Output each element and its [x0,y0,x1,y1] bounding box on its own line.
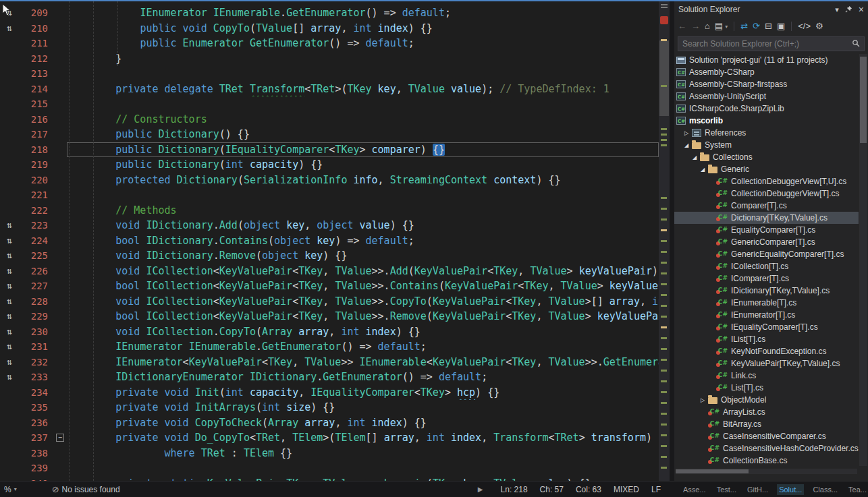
code-line[interactable]: 213 [0,66,659,82]
column-status[interactable]: Col: 63 [576,485,601,494]
code-line[interactable]: 235 private void InitArrays(int size) {} [0,400,659,415]
code-view-icon[interactable]: </> [798,22,811,31]
line-status[interactable]: Ln: 218 [501,485,528,494]
editor-vscrollbar-thumb[interactable] [659,40,669,116]
code-line[interactable]: ⇅224 bool IDictionary.Contains(object ke… [0,233,659,249]
search-icon[interactable] [852,39,860,49]
tree-item[interactable]: ICollection[T].cs [674,260,859,272]
tree-item[interactable]: Comparer[T].cs [674,200,859,212]
document-health-icon[interactable] [660,16,668,24]
code-line[interactable]: ⇅210 public void CopyTo(TValue[] array, … [0,21,659,36]
settings-icon[interactable]: ⚙ [815,22,823,31]
tree-item[interactable]: IEnumerable[T].cs [674,297,859,309]
code-line[interactable]: ⇅225 void IDictionary.Remove(object key)… [0,248,659,264]
panel-tab[interactable]: Solut... [777,484,804,495]
collapse-region-icon[interactable]: − [56,434,64,442]
code-line[interactable]: 214 private delegate TRet Transform<TRet… [0,82,659,97]
forward-icon[interactable]: → [691,22,700,31]
show-all-files-icon[interactable]: ▣ [777,22,785,31]
expanded-arrow-icon[interactable]: ◢ [693,154,700,160]
search-input[interactable]: Search Solution Explorer (Ctrl+;) [678,36,865,51]
zoom-control[interactable]: % ▾ [4,485,17,494]
tree-item[interactable]: IEqualityComparer[T].cs [674,321,859,333]
tree-item[interactable]: CollectionDebuggerView[T].cs [674,187,859,200]
home-icon[interactable]: ⌂ [705,22,710,31]
panel-tab[interactable]: Class... [811,484,840,495]
tree-item[interactable]: Link.cs [674,370,859,382]
triangle-icon[interactable]: ▶ [478,486,483,493]
tree-item[interactable]: ◢System [674,139,859,151]
close-icon[interactable]: × [859,4,864,15]
tree-item[interactable]: ICSharpCode.SharpZipLib [674,103,859,115]
tree-item[interactable]: ArrayList.cs [674,406,859,418]
dropdown-caret-icon[interactable]: ▾ [725,24,728,30]
tree-item[interactable]: Assembly-CSharp [674,66,859,78]
code-editor[interactable]: ⇅209 IEnumerator IEnumerable.GetEnumerat… [0,1,659,481]
panel-splitter[interactable] [670,1,674,481]
window-menu-chevron-icon[interactable]: ▾ [835,5,839,14]
line-ending-status[interactable]: LF [651,485,661,494]
code-line[interactable]: ⇅227 bool ICollection<KeyValuePair<TKey,… [0,279,659,294]
collapsed-arrow-icon[interactable]: ▷ [701,397,708,403]
code-line[interactable]: 221 [0,187,659,203]
splitter-grip-icon[interactable] [661,4,668,5]
tree-item[interactable]: CaseInsensitiveComparer.cs [674,430,859,442]
tree-item[interactable]: BitArray.cs [674,418,859,430]
tree-item[interactable]: ◢Collections [674,151,859,163]
refresh-icon[interactable]: ⟳ [753,22,760,31]
code-line[interactable]: 211 public Enumerator GetEnumerator() =>… [0,36,659,51]
tree-item[interactable]: Dictionary[TKey,TValue].cs [674,212,859,224]
tree-item[interactable]: IDictionary[TKey,TValue].cs [674,285,859,297]
code-line[interactable]: 234 private void Init(int capacity, IEqu… [0,385,659,401]
collapsed-arrow-icon[interactable]: ▷ [684,130,692,136]
tree-item[interactable]: IEnumerator[T].cs [674,309,859,321]
tree-item[interactable]: List[T].cs [674,382,859,394]
code-line[interactable]: 217 public Dictionary() {} [0,127,659,142]
code-line[interactable]: 219 public Dictionary(int capacity) {} [0,157,659,173]
code-line[interactable]: 216 // Constructors [0,112,659,127]
expanded-arrow-icon[interactable]: ◢ [701,167,708,173]
sync-active-document-icon[interactable]: ⇄ [740,22,748,31]
tree-item[interactable]: CaseInsensitiveHashCodeProvider.cs [674,442,859,455]
tree-item[interactable]: Assembly-UnityScript [674,90,859,103]
code-line[interactable]: 215 [0,96,659,112]
panel-vscrollbar[interactable] [859,54,867,466]
code-line[interactable]: ⇅228 void ICollection<KeyValuePair<TKey,… [0,294,659,310]
indentation-status[interactable]: MIXED [614,485,639,494]
issues-status[interactable]: ⊘ No issues found [52,484,120,494]
code-line[interactable]: 212 } [0,51,659,67]
code-line[interactable]: 222 // Methods [0,203,659,218]
expanded-arrow-icon[interactable]: ◢ [684,142,692,148]
code-line[interactable]: 218 public Dictionary(IEqualityComparer<… [0,142,659,158]
collapse-all-icon[interactable]: ⊟ [765,22,772,31]
code-line[interactable]: ⇅233 IDictionaryEnumerator IDictionary.G… [0,370,659,385]
code-line[interactable]: 239 [0,461,659,476]
tree-item[interactable]: IComparer[T].cs [674,272,859,285]
tree-item[interactable]: KeyValuePair[TKey,TValue].cs [674,357,859,370]
panel-tab[interactable]: Tea... [846,484,868,495]
code-line[interactable]: ⇅231 IEnumerator IEnumerable.GetEnumerat… [0,339,659,355]
tree-item[interactable]: ▷ObjectModel [674,394,859,406]
code-line[interactable]: ⇅209 IEnumerator IEnumerable.GetEnumerat… [0,5,659,21]
panel-tab[interactable]: GitH... [745,484,770,495]
panel-vscrollbar-thumb[interactable] [860,57,867,143]
code-line[interactable]: ⇅232 IEnumerator<KeyValuePair<TKey, TVal… [0,355,659,370]
panel-tab[interactable]: Asse... [681,484,708,495]
code-line[interactable]: ⇅223 void IDictionary.Add(object key, ob… [0,218,659,233]
back-icon[interactable]: ← [678,22,686,31]
tree-item[interactable]: CollectionBase.cs [674,455,859,467]
panel-titlebar[interactable]: Solution Explorer ▾ × [674,1,868,18]
tree-item[interactable]: KeyNotFoundException.cs [674,345,859,357]
tree-item[interactable]: GenericComparer[T].cs [674,236,859,248]
code-line[interactable]: ⇅240 private static KeyValuePair<TKey, T… [0,476,659,481]
code-line[interactable]: ⇅229 bool ICollection<KeyValuePair<TKey,… [0,309,659,324]
tree-item[interactable]: mscorlib [674,115,859,127]
code-line[interactable]: 238 where TRet : TElem {} [0,446,659,461]
tree-item[interactable]: ▷References [674,127,859,139]
code-line[interactable]: 237− private void Do_CopyTo<TRet, TElem>… [0,430,659,446]
tree-item[interactable]: ◢Generic [674,163,859,175]
tree-item[interactable]: GenericEqualityComparer[T].cs [674,248,859,260]
code-line[interactable]: ⇅230 void ICollection.CopyTo(Array array… [0,324,659,340]
panel-tab[interactable]: Test... [715,484,738,495]
tree-item[interactable]: IList[T].cs [674,333,859,345]
